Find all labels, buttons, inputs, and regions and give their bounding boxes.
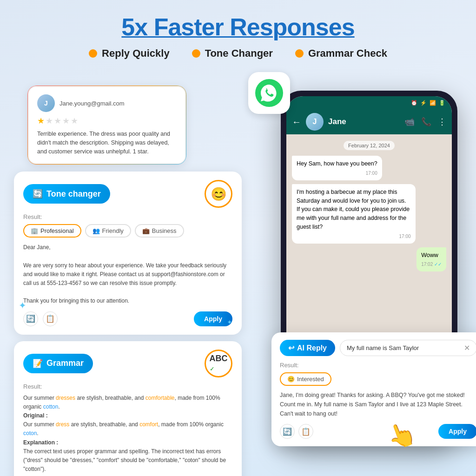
highlight-cotton1: cotton: [43, 403, 59, 410]
ai-result-label: Result:: [280, 362, 476, 369]
star-rating: ★ ★ ★ ★ ★: [37, 116, 177, 126]
emoji-icon: 😊: [211, 186, 227, 202]
page-header: 5x Faster Responses Reply Quickly Tone C…: [0, 0, 476, 64]
ai-copy-btn[interactable]: 📋: [298, 424, 313, 439]
professional-label: Professional: [40, 227, 74, 234]
review-text: Terrible experience. The dress was poor …: [37, 130, 177, 156]
ai-reply-label: AI Reply: [297, 344, 327, 352]
tone-options: 🏢 Professional 👥 Friendly 💼 Business: [23, 224, 232, 238]
contact-avatar: J: [306, 113, 324, 131]
status-bar: ⏰ ⚡ 📶 🔋: [286, 96, 452, 109]
highlight-coton: coton: [23, 430, 37, 436]
left-column: J Jane.young@gmail.com ★ ★ ★ ★ ★ Terribl…: [14, 86, 242, 476]
ai-reply-header: ↩ AI Reply My full name is Sam Taylor ✕: [280, 340, 476, 356]
grammar-button[interactable]: 📝 Grammar: [23, 354, 93, 373]
alarm-icon: ⏰: [411, 100, 417, 106]
ai-icon: ↩: [288, 344, 294, 352]
wa-header: ← J Jane 📹 📞 ⋮: [286, 109, 452, 134]
tone-body-text: Dear Jane, We are very sorry to hear abo…: [23, 243, 232, 305]
message-2: I'm hosting a barbecue at my place this …: [292, 184, 416, 244]
original-label: Original :: [23, 412, 48, 419]
ai-clear-icon[interactable]: ✕: [464, 344, 470, 352]
ai-reply-button[interactable]: ↩ AI Reply: [280, 340, 335, 356]
back-icon[interactable]: ←: [292, 117, 301, 127]
message-1-text: Hey Sam, how have you been?: [297, 160, 377, 167]
wa-actions: 📹 📞 ⋮: [404, 117, 446, 127]
message-3-time: 17:02 ✓✓: [421, 261, 442, 268]
ai-reply-text: Jane, I'm doing great! Thanks for asking…: [280, 390, 476, 418]
ai-reply-overlay: ↩ AI Reply My full name is Sam Taylor ✕ …: [271, 332, 476, 446]
star-5: ★: [71, 116, 78, 126]
professional-icon: 🏢: [31, 227, 38, 234]
tone-changer-button[interactable]: 🔄 Tone changer: [23, 184, 110, 204]
tone-changer-label: Tone changer: [46, 189, 101, 199]
tone-changer-header: 🔄 Tone changer 😊: [23, 180, 232, 208]
star-1: ★: [37, 116, 45, 126]
tone-footer-icons: 🔄 📋: [23, 311, 58, 326]
ai-refresh-btn[interactable]: 🔄: [280, 424, 295, 439]
highlight-comfortable: comfortable: [145, 395, 175, 401]
message-1-time: 17:00: [297, 170, 377, 177]
tone-option-friendly[interactable]: 👥 Friendly: [85, 224, 131, 238]
tone-option-business[interactable]: 💼 Business: [135, 224, 184, 238]
wifi-icon: 📶: [430, 100, 436, 106]
subtitle-reply-quickly: Reply Quickly: [89, 47, 170, 60]
interested-label: Interested: [297, 376, 324, 383]
grammar-icon: 📝: [33, 358, 43, 369]
tone-apply-button[interactable]: Apply: [194, 311, 232, 326]
date-badge: February 12, 2024: [344, 141, 395, 150]
subtitle-tone-changer: Tone Changer: [192, 47, 273, 60]
star-2: ★: [46, 116, 53, 126]
grammar-card: 📝 Grammar ABC✓ Result: Our summer dresse…: [14, 341, 242, 476]
message-2-time: 17:00: [297, 233, 411, 240]
more-options-icon[interactable]: ⋮: [438, 117, 446, 127]
grammar-result-label: Result:: [23, 383, 232, 390]
tone-footer: 🔄 📋 Apply: [23, 311, 232, 326]
grammar-icon-circle: ABC✓: [205, 350, 232, 377]
interested-icon: 😊: [287, 376, 295, 383]
subtitle-grammar-check: Grammar Check: [295, 47, 387, 60]
bluetooth-icon: ⚡: [420, 100, 427, 106]
friendly-label: Friendly: [102, 227, 124, 234]
phone-container: ⏰ ⚡ 📶 🔋 ← J Jane 📹 📞 ⋮ February 12, 2024: [253, 81, 467, 463]
star-3: ★: [54, 116, 61, 126]
star-4: ★: [62, 116, 70, 126]
ai-footer-icons: 🔄 📋: [280, 424, 313, 439]
main-title: 5x Faster Responses: [0, 13, 476, 41]
review-card: J Jane.young@gmail.com ★ ★ ★ ★ ★ Terribl…: [28, 86, 186, 164]
grammar-header: 📝 Grammar ABC✓: [23, 350, 232, 377]
ai-footer: 🔄 📋 Apply: [280, 424, 476, 439]
phone-call-icon[interactable]: 📞: [421, 117, 431, 127]
tone-result-label: Result:: [23, 213, 232, 220]
whatsapp-icon: [248, 72, 290, 114]
subtitle-label-3: Grammar Check: [308, 47, 387, 60]
tone-changer-card: 🔄 Tone changer 😊 Result: 🏢 Professional …: [14, 172, 242, 334]
ai-input-field[interactable]: My full name is Sam Taylor ✕: [340, 340, 476, 356]
grammar-result-text: Our summer dresses are stylish, breathab…: [23, 394, 232, 474]
tone-copy-btn[interactable]: 📋: [43, 311, 58, 326]
tone-changer-icon-circle: 😊: [205, 180, 232, 208]
dot-2: [192, 49, 200, 58]
message-3-text: Woww: [421, 252, 438, 258]
check-icon: ✓✓: [434, 262, 442, 267]
tone-refresh-btn[interactable]: 🔄: [23, 311, 38, 326]
subtitle-row: Reply Quickly Tone Changer Grammar Check: [0, 47, 476, 60]
grammar-label: Grammar: [46, 358, 84, 368]
ai-input-text: My full name is Sam Taylor: [347, 344, 419, 351]
message-2-text: I'm hosting a barbecue at my place this …: [297, 189, 410, 230]
business-label: Business: [152, 227, 177, 234]
ai-apply-button[interactable]: Apply: [438, 424, 476, 439]
abc-icon: ABC✓: [210, 354, 228, 373]
contact-name: Jane: [328, 117, 400, 126]
subtitle-label-1: Reply Quickly: [102, 47, 170, 60]
video-call-icon[interactable]: 📹: [404, 117, 415, 127]
tone-option-professional[interactable]: 🏢 Professional: [23, 224, 81, 238]
business-icon: 💼: [142, 227, 150, 234]
whatsapp-svg: [255, 79, 283, 107]
review-email: Jane.young@gmail.com: [60, 100, 125, 107]
ai-tone-interested[interactable]: 😊 Interested: [280, 372, 331, 386]
highlight-comfort: comfort: [139, 421, 158, 428]
dot-1: [89, 49, 97, 58]
highlight-dress: dress: [56, 421, 69, 428]
message-3: Woww 17:02 ✓✓: [416, 247, 446, 272]
